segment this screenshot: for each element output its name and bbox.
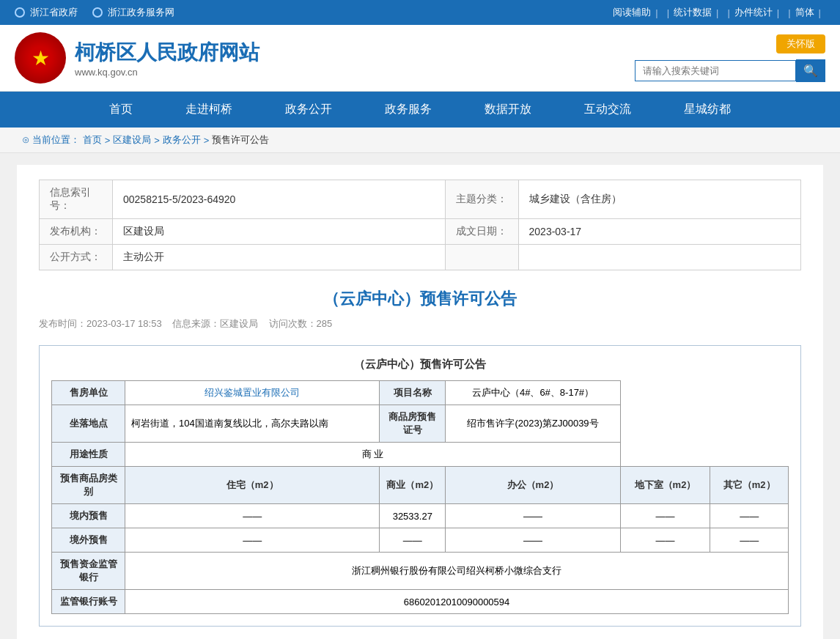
article-title: （云庐中心）预售许可公告 <box>39 288 801 310</box>
table-row-5: 境内预售 —— 32533.27 —— —— —— <box>52 504 789 528</box>
zhejiang-service-label: 浙江政务服务网 <box>108 6 174 19</box>
breadcrumb-sep1: > <box>105 135 111 146</box>
cell-overseas-res: —— <box>125 528 380 553</box>
breadcrumb-prefix: ⊙ 当前位置： <box>22 133 80 147</box>
meta-value-empty <box>518 245 800 270</box>
office-stats-link[interactable]: 统计数据 <box>674 6 712 19</box>
nav-textile[interactable]: 星城纺都 <box>657 92 757 128</box>
seller-link[interactable]: 绍兴鉴城置业有限公司 <box>205 387 300 398</box>
search-button[interactable]: 🔍 <box>796 59 825 82</box>
cell-overseas-label: 境外预售 <box>52 528 125 553</box>
meta-row-3: 公开方式： 主动公开 <box>40 245 801 270</box>
table-row-headers: 预售商品房类别 住宅（m2） 商业（m2） 办公（m2） 地下室（m2） 其它（… <box>52 467 789 504</box>
top-bar: 浙江省政府 浙江政务服务网 阅读辅助 | | 统计数据 | | 办件统计 | |… <box>0 0 840 25</box>
cell-bank-account-label: 监管银行账号 <box>52 590 125 614</box>
table-row-6: 境外预售 —— —— —— —— —— <box>52 528 789 553</box>
cell-domestic-other: —— <box>710 504 789 528</box>
cell-commercial-header: 商业（m2） <box>380 467 446 504</box>
meta-label-empty <box>445 245 518 270</box>
zhejiang-gov-link[interactable]: 浙江省政府 <box>15 6 78 19</box>
search-bar: 🔍 <box>635 59 825 82</box>
table-row-7: 预售资金监管银行 浙江稠州银行股份有限公司绍兴柯桥小微综合支行 <box>52 553 789 590</box>
cell-domestic-com: 32533.27 <box>380 504 446 528</box>
article-meta: 发布时间：2023-03-17 18:53 信息来源：区建设局 访问次数：285 <box>39 317 801 330</box>
meta-value-publisher: 区建设局 <box>113 219 446 245</box>
logo-emblem <box>15 32 66 84</box>
cell-supervise-bank-label: 预售资金监管银行 <box>52 553 125 590</box>
cell-project-label: 项目名称 <box>380 381 446 405</box>
cell-other-header: 其它（m2） <box>710 467 789 504</box>
site-url: www.kq.gov.cn <box>75 67 259 78</box>
cell-seller-label: 售房单位 <box>52 381 125 405</box>
user-center-link[interactable]: 简体 <box>795 6 814 19</box>
sep6: | <box>788 7 790 18</box>
breadcrumb: ⊙ 当前位置： 首页 > 区建设局 > 政务公开 > 预售许可公告 <box>0 128 840 153</box>
breadcrumb-home[interactable]: 首页 <box>83 133 102 147</box>
sep3: | <box>716 7 718 18</box>
header-right: 关怀版 🔍 <box>635 34 825 82</box>
presale-table: 售房单位 绍兴鉴城置业有限公司 项目名称 云庐中心（4#、6#、8-17#） 坐… <box>51 380 789 614</box>
cell-domestic-office: —— <box>446 504 620 528</box>
table-row-2: 坐落地点 柯岩街道，104国道南复线以北，高尔夫路以南 商品房预售证号 绍市售许… <box>52 405 789 443</box>
cell-permit-value: 绍市售许字(2023)第ZJ00039号 <box>446 405 620 443</box>
meta-label-disclosure: 公开方式： <box>40 245 113 270</box>
visit-count: 访问次数：285 <box>269 318 333 329</box>
logo-text: 柯桥区人民政府网站 www.kq.gov.cn <box>75 39 259 78</box>
main-nav: 首页 走进柯桥 政务公开 政务服务 数据开放 互动交流 星城纺都 <box>0 92 840 128</box>
header: 柯桥区人民政府网站 www.kq.gov.cn 关怀版 🔍 <box>0 25 840 92</box>
zhejiang-gov-label: 浙江省政府 <box>30 6 78 19</box>
cell-location-label: 坐落地点 <box>52 405 125 443</box>
cell-bank-account-value: 68602012010090000594 <box>125 590 789 614</box>
cell-basement-header: 地下室（m2） <box>620 467 710 504</box>
top-bar-left: 浙江省政府 浙江政务服务网 <box>15 6 174 19</box>
sep1: | <box>655 7 657 18</box>
cell-residential-header: 住宅（m2） <box>125 467 380 504</box>
nav-about[interactable]: 走进柯桥 <box>159 92 259 128</box>
nav-gov-open[interactable]: 政务公开 <box>259 92 358 128</box>
cell-location-value: 柯岩街道，104国道南复线以北，高尔夫路以南 <box>125 405 380 443</box>
content-wrapper: 信息索引号： 00258215-5/2023-64920 主题分类： 城乡建设（… <box>17 165 823 639</box>
nav-gov-service[interactable]: 政务服务 <box>358 92 458 128</box>
breadcrumb-bureau[interactable]: 区建设局 <box>113 133 151 147</box>
nav-data-open[interactable]: 数据开放 <box>458 92 558 128</box>
cell-permit-label: 商品房预售证号 <box>380 405 446 443</box>
cell-domestic-label: 境内预售 <box>52 504 125 528</box>
reading-aid-link[interactable]: 阅读辅助 <box>613 6 651 19</box>
breadcrumb-gov-open[interactable]: 政务公开 <box>163 133 201 147</box>
cell-overseas-other: —— <box>710 528 789 553</box>
meta-row-2: 发布机构： 区建设局 成文日期： 2023-03-17 <box>40 219 801 245</box>
cell-supervise-bank-value: 浙江稠州银行股份有限公司绍兴柯桥小微综合支行 <box>125 553 789 590</box>
cell-office-header: 办公（m2） <box>446 467 620 504</box>
cell-domestic-res: —— <box>125 504 380 528</box>
meta-label-date: 成文日期： <box>445 219 518 245</box>
cell-overseas-com: —— <box>380 528 446 553</box>
inner-title: （云庐中心）预售许可公告 <box>51 358 789 372</box>
meta-table: 信息索引号： 00258215-5/2023-64920 主题分类： 城乡建设（… <box>39 180 801 270</box>
meta-value-index: 00258215-5/2023-64920 <box>113 180 446 219</box>
nav-interaction[interactable]: 互动交流 <box>558 92 657 128</box>
cell-usage-label: 用途性质 <box>52 443 125 467</box>
source: 信息来源：区建设局 <box>172 318 258 329</box>
cell-project-value: 云庐中心（4#、6#、8-17#） <box>446 381 620 405</box>
zhejiang-service-link[interactable]: 浙江政务服务网 <box>92 6 174 19</box>
table-row-1: 售房单位 绍兴鉴城置业有限公司 项目名称 云庐中心（4#、6#、8-17#） <box>52 381 789 405</box>
sep2: | <box>667 7 669 18</box>
top-bar-right: 阅读辅助 | | 统计数据 | | 办件统计 | | 简体 | <box>613 6 825 19</box>
sep7: | <box>819 7 821 18</box>
cell-overseas-office: —— <box>446 528 620 553</box>
logo-area: 柯桥区人民政府网站 www.kq.gov.cn <box>15 32 259 84</box>
search-input[interactable] <box>635 60 796 81</box>
breadcrumb-current: 预售许可公告 <box>212 133 269 147</box>
meta-value-theme: 城乡建设（含住房） <box>518 180 800 219</box>
site-name: 柯桥区人民政府网站 <box>75 39 259 67</box>
nav-home[interactable]: 首页 <box>83 92 159 128</box>
meta-label-index: 信息索引号： <box>40 180 113 219</box>
meta-value-disclosure: 主动公开 <box>113 245 446 270</box>
comfort-button[interactable]: 关怀版 <box>776 34 825 53</box>
traditional-link[interactable]: 办件统计 <box>734 6 773 19</box>
sep4: | <box>727 7 729 18</box>
breadcrumb-sep2: > <box>154 135 160 146</box>
breadcrumb-sep3: > <box>204 135 210 146</box>
inner-box: （云庐中心）预售许可公告 售房单位 绍兴鉴城置业有限公司 项目名称 云庐中心（4… <box>39 345 801 627</box>
meta-row-1: 信息索引号： 00258215-5/2023-64920 主题分类： 城乡建设（… <box>40 180 801 219</box>
